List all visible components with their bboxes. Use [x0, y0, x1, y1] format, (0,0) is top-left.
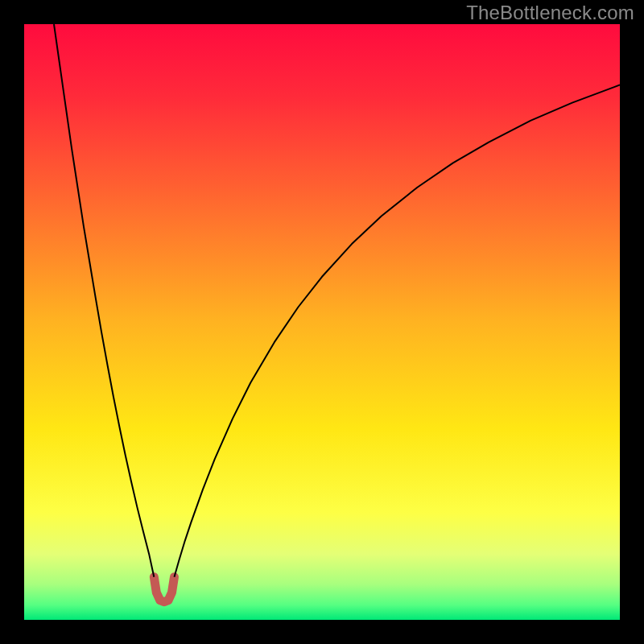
- gradient-background: [24, 24, 620, 620]
- chart-frame: TheBottleneck.com: [0, 0, 644, 644]
- watermark-text: TheBottleneck.com: [466, 2, 634, 24]
- bottleneck-plot: [24, 24, 620, 620]
